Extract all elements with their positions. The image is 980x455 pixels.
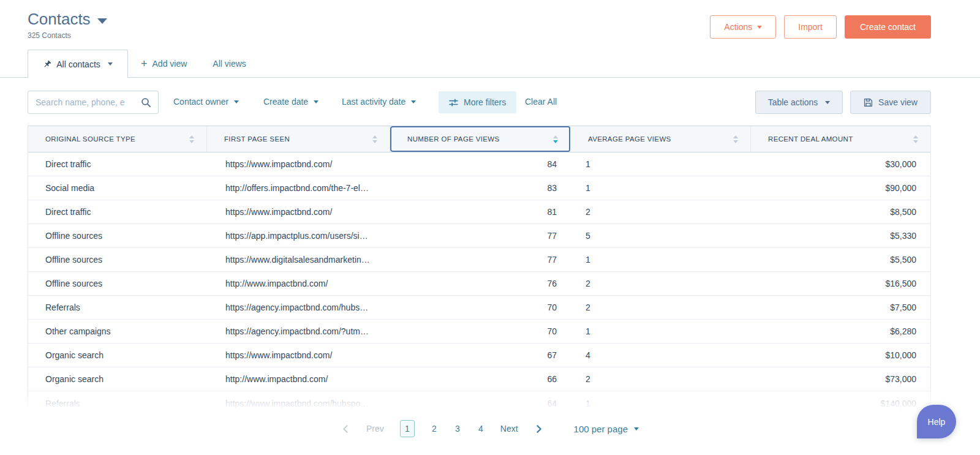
cell-original-source-type: Organic search [28, 350, 207, 360]
cell-recent-deal-amount: $73,000 [751, 374, 930, 384]
table-row[interactable]: Referralshttps://agency.impactbnd.com/hu… [28, 296, 930, 320]
tab-all-contacts-label: All contacts [56, 59, 100, 69]
chevron-down-icon [825, 101, 830, 104]
column-header-number-of-page-views[interactable]: NUMBER OF PAGE VIEWS [390, 126, 571, 152]
cell-original-source-type: Direct traffic [28, 159, 207, 169]
cell-number-of-page-views: 76 [390, 279, 571, 288]
cell-average-page-views: 1 [571, 399, 751, 408]
next-button[interactable]: Next [500, 424, 518, 434]
tab-caret-icon [108, 62, 113, 66]
cell-recent-deal-amount: $7,500 [751, 303, 930, 312]
help-button[interactable]: Help [917, 405, 956, 438]
sort-icon[interactable] [372, 135, 377, 143]
column-header-label: FIRST PAGE SEEN [224, 135, 290, 143]
cell-number-of-page-views: 64 [390, 399, 571, 408]
cell-number-of-page-views: 67 [390, 350, 571, 360]
table-row[interactable]: Offline sourceshttps://app.impactplus.co… [28, 224, 930, 248]
cell-number-of-page-views: 66 [390, 374, 571, 384]
table-row[interactable]: Direct traffichttps://www.impactbnd.com/… [28, 152, 930, 176]
import-button[interactable]: Import [784, 15, 837, 39]
chevron-left-icon [341, 424, 350, 434]
filter-create-date[interactable]: Create date [263, 97, 318, 107]
cell-first-page-seen: https://agency.impactbnd.com/hubs… [207, 303, 390, 312]
save-view-label: Save view [878, 97, 918, 107]
page-3[interactable]: 3 [454, 424, 461, 434]
column-header-first-page-seen[interactable]: FIRST PAGE SEEN [207, 126, 390, 152]
cell-first-page-seen: http://www.impactbnd.com/ [207, 279, 390, 288]
cell-number-of-page-views: 83 [390, 183, 571, 193]
table-row[interactable]: Social mediahttp://offers.impactbnd.com/… [28, 176, 930, 200]
table-row[interactable]: Organic searchhttp://www.impactbnd.com/6… [28, 367, 930, 391]
table-row[interactable]: Offline sourceshttps://www.digitalsalesa… [28, 248, 930, 272]
title-dropdown-caret-icon[interactable] [97, 18, 107, 24]
cell-recent-deal-amount: $140,000 [751, 399, 930, 408]
cell-first-page-seen: https://www.impactbnd.com/ [207, 159, 390, 169]
save-icon [864, 98, 873, 107]
actions-button[interactable]: Actions [710, 15, 776, 39]
tab-all-contacts[interactable]: All contacts [28, 50, 128, 78]
cell-original-source-type: Referrals [28, 303, 207, 312]
header-actions: Actions Import Create contact [710, 15, 931, 39]
sort-icon[interactable] [189, 135, 194, 143]
table-actions-button[interactable]: Table actions [755, 91, 843, 114]
cell-average-page-views: 1 [571, 326, 751, 336]
cell-recent-deal-amount: $5,500 [751, 255, 930, 265]
cell-first-page-seen: https://app.impactplus.com/users/si… [207, 231, 390, 241]
more-filters-button[interactable]: More filters [439, 91, 516, 113]
table-header-row: ORIGINAL SOURCE TYPEFIRST PAGE SEENNUMBE… [28, 126, 930, 152]
chevron-down-icon [411, 100, 416, 103]
filter-last-activity-date-label: Last activity date [342, 97, 405, 107]
search-icon[interactable] [141, 97, 151, 108]
column-header-original-source-type[interactable]: ORIGINAL SOURCE TYPE [28, 126, 207, 152]
table-footer: Prev 1234 Next 100 per page [0, 420, 980, 437]
cell-first-page-seen: https://www.impactbnd.com/ [207, 207, 390, 217]
chevron-down-icon [314, 100, 318, 103]
all-views-link[interactable]: All views [213, 59, 246, 69]
table-row[interactable]: Organic searchhttps://www.impactbnd.com/… [28, 344, 930, 367]
cell-recent-deal-amount: $90,000 [751, 183, 930, 193]
all-views-label: All views [213, 59, 246, 69]
plus-icon: + [141, 59, 148, 68]
save-view-button[interactable]: Save view [850, 91, 931, 114]
filter-contact-owner[interactable]: Contact owner [173, 97, 239, 107]
add-view-label: Add view [153, 59, 187, 69]
page-numbers: 1234 [400, 420, 484, 437]
cell-original-source-type: Offline sources [28, 279, 207, 288]
search-input[interactable] [28, 97, 141, 107]
column-header-label: RECENT DEAL AMOUNT [768, 135, 853, 143]
add-view-link[interactable]: + Add view [141, 59, 187, 69]
filter-create-date-label: Create date [263, 97, 308, 107]
cell-average-page-views: 5 [571, 231, 751, 241]
column-header-average-page-views[interactable]: AVERAGE PAGE VIEWS [571, 126, 751, 152]
cell-number-of-page-views: 81 [390, 207, 571, 217]
cell-number-of-page-views: 70 [390, 326, 571, 336]
sort-icon[interactable] [553, 135, 558, 143]
chevron-right-icon[interactable] [534, 424, 543, 434]
page-4[interactable]: 4 [477, 424, 484, 434]
column-header-recent-deal-amount[interactable]: RECENT DEAL AMOUNT [751, 126, 930, 152]
page-title: Contacts [28, 10, 91, 29]
table-row[interactable]: Offline sourceshttp://www.impactbnd.com/… [28, 272, 930, 296]
sort-icon[interactable] [913, 135, 918, 143]
filter-last-activity-date[interactable]: Last activity date [342, 97, 416, 107]
cell-original-source-type: Offline sources [28, 255, 207, 265]
sliders-icon [449, 98, 458, 107]
per-page-select[interactable]: 100 per page [574, 424, 639, 434]
cell-number-of-page-views: 70 [390, 303, 571, 312]
cell-recent-deal-amount: $8,500 [751, 207, 930, 217]
cell-number-of-page-views: 77 [390, 255, 571, 265]
create-contact-button[interactable]: Create contact [845, 15, 931, 39]
clear-all-link[interactable]: Clear All [525, 97, 557, 107]
search-box[interactable] [28, 91, 159, 114]
page-2[interactable]: 2 [431, 424, 438, 434]
table-row[interactable]: Direct traffichttps://www.impactbnd.com/… [28, 200, 930, 224]
per-page-label: 100 per page [574, 424, 628, 434]
table-row[interactable]: Other campaignshttps://agency.impactbnd.… [28, 320, 930, 344]
page-1[interactable]: 1 [400, 420, 415, 437]
create-contact-label: Create contact [860, 22, 916, 32]
table-row[interactable]: Referralshttps://www.impactbnd.com/hubsp… [28, 391, 930, 415]
sort-icon[interactable] [733, 135, 738, 143]
help-label: Help [928, 417, 946, 427]
pagination: Prev 1234 Next [341, 420, 543, 437]
actions-button-label: Actions [724, 22, 752, 32]
